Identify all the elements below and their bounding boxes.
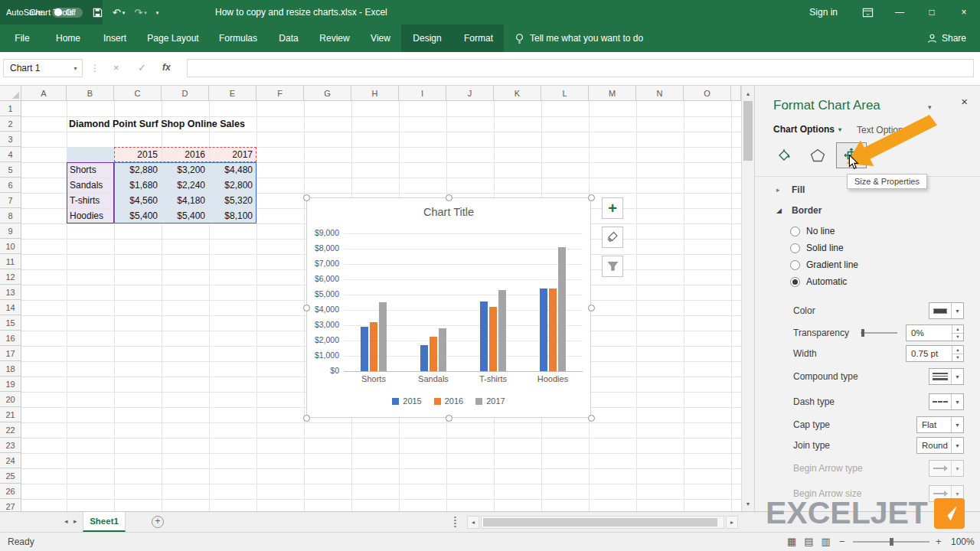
insert-function-icon[interactable]: fx — [162, 62, 171, 73]
cell-B6[interactable]: Sandals — [67, 178, 114, 193]
enter-icon[interactable]: ✓ — [138, 62, 146, 73]
row-header-1[interactable]: 1 — [0, 101, 21, 116]
cell-D6[interactable]: $2,240 — [162, 178, 209, 193]
radio-no-line[interactable]: No line — [790, 223, 835, 239]
chart-bar-2017-hoodies[interactable] — [558, 247, 566, 371]
row-header-27[interactable]: 27 — [0, 499, 21, 511]
section-border[interactable]: ◢ Border — [776, 205, 822, 216]
tab-review[interactable]: Review — [309, 24, 360, 52]
row-header-3[interactable]: 3 — [0, 132, 21, 147]
column-header-L[interactable]: L — [541, 86, 589, 101]
tab-format[interactable]: Format — [453, 24, 504, 52]
chart-bar-2017-shorts[interactable] — [379, 302, 387, 371]
new-sheet-button[interactable]: + — [152, 516, 164, 528]
column-header-O[interactable]: O — [684, 86, 731, 101]
scrollbar-thumb[interactable] — [483, 518, 717, 527]
column-header-E[interactable]: E — [209, 86, 256, 101]
selection-handle[interactable] — [446, 415, 452, 422]
name-box[interactable]: Chart 1 ▾ — [3, 59, 83, 77]
chart-bar-2016-hoodies[interactable] — [549, 289, 557, 371]
cell-E6[interactable]: $2,800 — [209, 178, 256, 193]
cell-D5[interactable]: $3,200 — [162, 162, 209, 178]
redo-button[interactable]: ↷ ▾ — [134, 8, 146, 18]
chart-title[interactable]: Chart Title — [307, 206, 590, 218]
spin-up-icon[interactable]: ▴ — [952, 346, 963, 354]
row-header-2[interactable]: 2 — [0, 116, 21, 132]
share-button[interactable]: Share — [927, 24, 980, 52]
selection-handle[interactable] — [303, 305, 310, 311]
tab-data[interactable]: Data — [268, 24, 309, 52]
vertical-scrollbar[interactable]: ▴ ▾ — [741, 86, 754, 511]
radio-gradient-line[interactable]: Gradient line — [790, 257, 858, 272]
chart-bar-2016-shorts[interactable] — [370, 322, 377, 371]
color-control[interactable]: ▾ — [929, 302, 964, 319]
join-type-control[interactable]: Round▾ — [916, 437, 964, 454]
row-header-10[interactable]: 10 — [0, 239, 21, 254]
radio-automatic[interactable]: Automatic — [790, 274, 847, 289]
chart-elements-button[interactable]: + — [602, 197, 623, 219]
selection-handle[interactable] — [588, 305, 595, 311]
chart-object[interactable]: Chart Title $9,000$8,000$7,000$6,000$5,0… — [306, 197, 591, 418]
row-header-11[interactable]: 11 — [0, 254, 21, 269]
row-header-18[interactable]: 18 — [0, 361, 21, 377]
tab-page-layout[interactable]: Page Layout — [138, 24, 208, 52]
cell-E5[interactable]: $4,480 — [209, 162, 256, 178]
formula-input[interactable] — [187, 59, 974, 77]
spin-down-icon[interactable]: ▾ — [952, 334, 963, 341]
tell-me-box[interactable]: Tell me what you want to do — [514, 24, 643, 52]
cell-D4[interactable]: 2016 — [162, 147, 209, 162]
spin-up-icon[interactable]: ▴ — [952, 325, 963, 334]
tab-home[interactable]: Home — [44, 24, 92, 52]
transparency-slider[interactable] — [861, 332, 897, 334]
row-header-8[interactable]: 8 — [0, 208, 21, 223]
legend-item-2016[interactable]: 2016 — [434, 396, 463, 406]
column-header-C[interactable]: C — [114, 86, 162, 101]
legend-item-2017[interactable]: 2017 — [475, 396, 505, 406]
radio-solid-line[interactable]: Solid line — [790, 240, 844, 256]
cell-B5[interactable]: Shorts — [67, 162, 114, 178]
row-header-22[interactable]: 22 — [0, 422, 21, 438]
minimize-button[interactable]: — — [884, 0, 916, 24]
tab-splitter[interactable] — [454, 517, 456, 527]
tab-sheet1[interactable]: Sheet1 — [83, 512, 126, 532]
row-header-7[interactable]: 7 — [0, 193, 21, 208]
selection-handle[interactable] — [588, 194, 595, 201]
cell-C6[interactable]: $1,680 — [114, 178, 162, 193]
row-header-13[interactable]: 13 — [0, 285, 21, 300]
ribbon-display-options-button[interactable] — [851, 0, 884, 24]
row-header-9[interactable]: 9 — [0, 223, 21, 239]
column-header-G[interactable]: G — [304, 86, 351, 101]
close-button[interactable]: × — [948, 0, 980, 24]
row-header-15[interactable]: 15 — [0, 315, 21, 331]
zoom-slider-thumb[interactable] — [890, 538, 893, 546]
width-control[interactable]: 0.75 pt▴▾ — [906, 345, 964, 362]
column-header-N[interactable]: N — [636, 86, 684, 101]
fill-line-icon[interactable] — [769, 142, 799, 168]
chart-filters-button[interactable] — [602, 256, 623, 277]
chart-bar-2015-hoodies[interactable] — [540, 289, 547, 371]
row-header-20[interactable]: 20 — [0, 392, 21, 407]
selection-handle[interactable] — [446, 194, 452, 201]
row-header-14[interactable]: 14 — [0, 300, 21, 315]
scroll-down-icon[interactable]: ▾ — [742, 497, 754, 510]
horizontal-scrollbar[interactable] — [481, 516, 724, 529]
autosave-toggle[interactable]: Off — [52, 8, 83, 18]
cell-B7[interactable]: T-shirts — [67, 193, 114, 208]
save-button[interactable] — [92, 7, 103, 18]
formula-bar-splitter-icon[interactable]: ⋮ — [90, 63, 100, 73]
column-header-H[interactable]: H — [351, 86, 399, 101]
select-all-corner[interactable] — [0, 86, 21, 101]
compound-type-control[interactable]: ▾ — [929, 368, 964, 385]
selection-handle[interactable] — [303, 415, 310, 422]
close-pane-button[interactable]: × — [961, 95, 968, 108]
row-header-12[interactable]: 12 — [0, 269, 21, 285]
cell-C5[interactable]: $2,880 — [114, 162, 162, 178]
chart-bar-2017-t-shirts[interactable] — [498, 290, 506, 371]
chevron-down-icon[interactable]: ▾ — [69, 65, 82, 72]
selection-handle[interactable] — [303, 194, 310, 201]
zoom-out-button[interactable]: − — [839, 536, 845, 547]
zoom-in-button[interactable]: + — [936, 536, 942, 547]
cell-C7[interactable]: $4,560 — [114, 193, 162, 208]
tab-file[interactable]: File — [0, 24, 44, 52]
zoom-level[interactable]: 100% — [951, 536, 975, 547]
